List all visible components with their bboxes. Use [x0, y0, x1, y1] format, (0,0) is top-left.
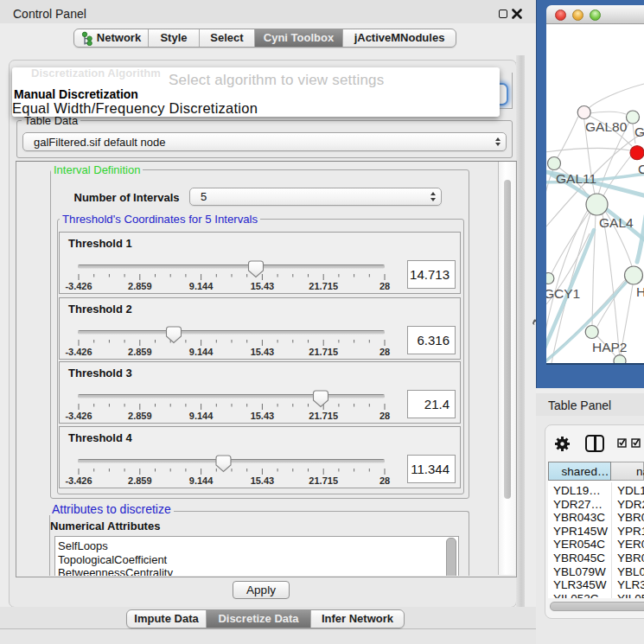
svg-text:GAL4: GAL4 — [599, 215, 634, 230]
svg-text:GAL11: GAL11 — [556, 171, 596, 186]
svg-text:GAL80: GAL80 — [585, 119, 628, 134]
svg-text:G.: G. — [634, 124, 644, 139]
svg-text:HAP2: HAP2 — [592, 340, 628, 354]
svg-text:GCY1: GCY1 — [546, 286, 580, 301]
svg-text:C: C — [638, 162, 644, 176]
svg-text:H: H — [636, 284, 644, 299]
